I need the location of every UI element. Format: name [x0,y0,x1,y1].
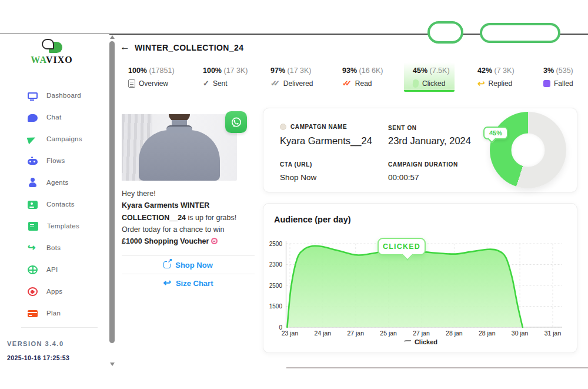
sent-on-value: 23rd January, 2024 [388,135,471,147]
svg-text:25 jan: 25 jan [380,330,397,337]
message-line3: Order today for a chance to win [122,224,253,235]
sent-on-label: SENT ON [388,125,417,131]
svg-text:27 jan: 27 jan [347,330,364,337]
whatsapp-icon [225,111,247,133]
status-dot-icon [280,124,286,130]
check-icon: ✓ [203,80,209,87]
scroll-down-icon[interactable] [110,363,115,366]
stat-read[interactable]: 93% (16 6K) ✓✓Read [342,67,383,88]
sidebar-nav: Dashboard Chat Campaigns Flows Agents Co… [0,89,109,329]
app-root: WAVIXO Dashboard Chat Campaigns Flows Ag… [0,0,588,389]
model-torso [139,130,220,181]
whatsapp-glyph [229,115,243,129]
contact-card-icon [28,201,38,209]
campaign-image [122,114,237,181]
message-line4: £1000 Shopping Voucher [122,235,253,247]
message-body: Hey there! Kyara Garments WINTER COLLECT… [122,188,253,247]
sidebar-divider [21,327,98,328]
campaign-name-label: CAMPATGN NAME [280,124,347,130]
back-button[interactable]: ← [120,41,130,53]
svg-text:23 jan: 23 jan [282,330,299,337]
stat-clicked-active[interactable]: 45% (7.5K) Clicked [404,62,455,92]
chat-icon [28,114,38,122]
message-preview: Hey there! Kyara Garments WINTER COLLECT… [122,114,255,292]
legend-line-icon [402,340,412,344]
double-check-icon: ✓✓ [270,80,280,87]
sidebar-item-plan[interactable]: Plan [0,307,109,319]
topbar-pill-large-button[interactable] [480,23,560,43]
credit-card-icon [28,310,38,317]
sidebar-item-agents[interactable]: Agents [0,177,109,188]
sidebar-item-campaigns[interactable]: Campaigns [0,133,109,145]
stat-failed[interactable]: 3% (535) Falled [543,67,573,88]
rocket-icon [28,287,38,296]
campaign-name-value: Kyara Garments__24 [280,135,372,147]
svg-text:2500: 2500 [269,282,283,289]
chart-legend[interactable]: Clicked [263,338,577,345]
stat-sent[interactable]: 100% (17 3K) ✓Sent [203,67,248,88]
dashboard-icon [28,92,38,99]
clipboard-icon [128,79,135,88]
message-greeting: Hey there! [122,188,253,200]
paper-plane-icon [27,135,39,145]
document-icon [28,222,38,231]
globe-icon [28,265,38,274]
reply-arrow-icon: ↩ [477,80,485,87]
bottom-divider [286,367,588,368]
sidebar-item-api[interactable]: API [0,264,109,275]
emoji-icon [211,238,218,244]
sidebar-item-bots[interactable]: ↪Bots [0,242,109,254]
stat-replied[interactable]: 42% (7 3K) ↩Replied [477,67,514,88]
svg-text:2500: 2500 [269,241,283,247]
shop-now-button[interactable]: Shop Now [122,255,255,274]
message-buttons: Shop Now ↩ Size Chart [122,255,255,292]
sidebar-scrollbar[interactable] [109,34,116,373]
size-chart-button[interactable]: ↩ Size Chart [122,274,255,292]
duration-value: 00:00:57 [388,173,419,182]
page-title: WINTER_COLLECTION_24 [135,43,243,52]
stat-delivered[interactable]: 97% (17 3K) ✓✓Delivered [270,67,313,88]
share-arrow-icon: ↪ [28,243,38,253]
scrollbar-thumb[interactable] [109,41,115,343]
person-icon [28,178,38,188]
svg-text:30 jan: 30 jan [512,330,529,337]
sidebar-item-templates[interactable]: Templates [0,220,109,232]
donut-tooltip: 45% [483,127,508,139]
purple-square-icon [543,80,550,87]
svg-text:2300: 2300 [269,261,283,268]
svg-text:24 jan: 24 jan [315,330,332,337]
build-timestamp: 2025-10-16 17:25:53 [7,354,69,361]
svg-text:27 jan: 27 jan [413,330,430,337]
clicked-donut-chart [490,112,566,188]
chart-tooltip: CLICKED [377,238,426,255]
scroll-up-icon[interactable] [110,35,115,39]
sidebar-item-chat[interactable]: Chat [0,111,109,123]
svg-text:1500: 1500 [269,303,283,310]
brand-logo: WAVIXO [16,39,87,65]
bot-flow-icon [28,159,38,165]
svg-text:28 jan: 28 jan [479,330,496,337]
cta-value: Shop Now [280,173,316,182]
double-check-orange-icon: ✓✓ [342,80,352,87]
chart-title: Audience (per day) [274,215,351,224]
brand-logo-icon [16,39,87,54]
sidebar-item-apps[interactable]: Apps [0,285,109,297]
message-line2: Kyara Garments WINTER COLLECTION__24 is … [122,200,253,224]
cursor-icon [412,79,419,88]
stat-overview[interactable]: 100% (17851) Overview [128,67,175,88]
sweater-collar [166,125,192,133]
sidebar-item-contacts[interactable]: Contacts [0,198,109,210]
cta-label: CTA (URL) [280,161,312,168]
topbar-pill-small-button[interactable] [427,21,463,44]
brand-name: WAVIXO [16,55,87,65]
sidebar-item-flows[interactable]: Flows [0,155,109,167]
external-link-icon [163,261,171,268]
campaign-details-card: CAMPATGN NAME Kyara Garments__24 CTA (UR… [263,108,577,192]
back-arrow-icon: ↩ [163,280,171,287]
svg-text:28 jan: 28 jan [446,330,463,337]
audience-chart-card: Audience (per day) 2500230025001500023 j… [263,203,577,353]
duration-label: CAMPAIGN DURATION [388,161,458,168]
sidebar-item-dashboard[interactable]: Dashboard [0,89,109,101]
sidebar: WAVIXO Dashboard Chat Campaigns Flows Ag… [0,34,109,389]
svg-text:31 jan: 31 jan [544,330,562,337]
